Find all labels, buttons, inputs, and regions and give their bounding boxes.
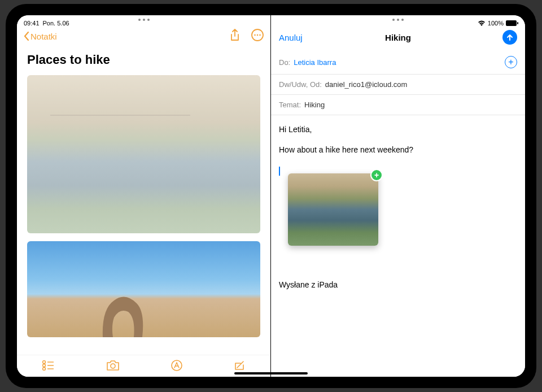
svg-point-6 [43,361,46,364]
to-recipient[interactable]: Leticia Ibarra [294,58,336,67]
signature: Wysłane z iPada [279,278,517,291]
cc-label: Dw/Udw, Od: [279,80,322,89]
send-button[interactable] [502,30,517,45]
status-bar: 09:41 Pon. 5.06 100% [17,18,525,29]
svg-point-8 [43,364,46,367]
checklist-icon [42,360,55,371]
camera-icon [106,360,120,371]
text-cursor [279,167,280,176]
share-button[interactable] [230,29,240,43]
body-greeting: Hi Letitia, [279,123,517,136]
dragged-attachment-image[interactable]: + [288,173,378,246]
compose-button[interactable] [234,360,245,373]
cc-from-field[interactable]: Dw/Udw, Od: daniel_rico1@icloud.com [271,75,525,95]
compose-icon [234,360,245,371]
svg-point-12 [111,364,115,368]
back-label: Notatki [30,32,57,41]
share-icon [230,29,240,41]
subject-field[interactable]: Temat: Hiking [271,95,525,115]
notes-toolbar [17,355,270,377]
status-time: 09:41 [24,20,40,27]
markup-icon [171,360,182,371]
plus-icon: + [508,58,513,67]
split-view: Notatki Places to hike [17,15,525,377]
mail-title: Hiking [385,33,411,42]
note-content[interactable] [17,75,270,355]
to-field[interactable]: Do: Leticia Ibarra + [271,50,525,75]
to-label: Do: [279,58,290,67]
notes-app-pane: Notatki Places to hike [17,15,271,377]
mail-body[interactable]: Hi Letitia, How about a hike here next w… [271,115,525,377]
ellipsis-circle-icon [251,29,264,41]
note-title[interactable]: Places to hike [17,47,270,75]
subject-label: Temat: [279,101,301,109]
ipad-device-frame: 09:41 Pon. 5.06 100% [6,4,536,388]
chevron-left-icon [24,32,29,41]
camera-button[interactable] [106,360,120,373]
svg-point-4 [257,34,259,36]
more-button[interactable] [251,29,264,43]
note-image-1[interactable] [27,75,260,233]
add-badge-icon: + [370,169,383,181]
rock-formation [97,286,154,337]
screen: 09:41 Pon. 5.06 100% [17,15,525,377]
battery-percentage: 100% [488,20,504,27]
svg-point-5 [259,34,261,36]
svg-rect-0 [506,20,517,26]
back-button[interactable]: Notatki [24,32,57,41]
mail-app-pane: Anuluj Hiking Do: Leticia Ibarra + Dw/Ud… [271,15,525,377]
status-date: Pon. 5.06 [43,20,69,27]
note-image-2[interactable] [27,241,260,337]
wifi-icon [478,20,486,26]
svg-point-3 [254,34,256,36]
body-line: How about a hike here next weekend? [279,143,517,156]
cancel-button[interactable]: Anuluj [279,33,303,42]
battery-icon [506,20,518,26]
home-indicator[interactable] [234,372,308,374]
subject-value: Hiking [304,101,325,109]
arrow-up-icon [506,33,514,41]
svg-rect-1 [517,22,518,24]
add-recipient-button[interactable]: + [505,56,517,68]
svg-point-10 [43,368,46,371]
from-value: daniel_rico1@icloud.com [325,80,407,89]
checklist-button[interactable] [42,360,55,373]
markup-button[interactable] [171,360,182,373]
